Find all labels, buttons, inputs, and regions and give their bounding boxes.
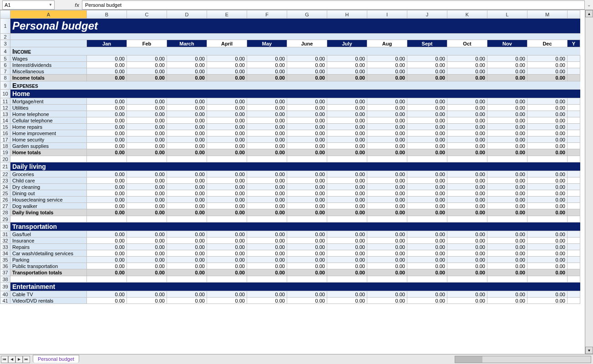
month-header[interactable]: Feb [127, 40, 167, 47]
cell[interactable] [10, 40, 87, 47]
cell[interactable]: 0.00 [367, 105, 407, 111]
cell[interactable]: 0.00 [527, 124, 568, 130]
cell[interactable]: 0.00 [527, 250, 568, 257]
cell[interactable] [568, 184, 580, 190]
cell[interactable]: 0.00 [327, 171, 367, 177]
cell[interactable] [87, 216, 127, 222]
cell[interactable]: 0.00 [447, 244, 487, 250]
cell[interactable]: 0.00 [527, 98, 568, 105]
cell[interactable]: 0.00 [407, 111, 447, 117]
cell[interactable]: 0.00 [487, 291, 527, 298]
cell[interactable]: 0.00 [487, 136, 527, 143]
cell[interactable] [568, 136, 580, 143]
cell[interactable]: 0.00 [87, 75, 127, 81]
cell[interactable]: 0.00 [367, 130, 407, 136]
row-header[interactable]: 41 [0, 298, 10, 304]
row-header[interactable]: 22 [0, 171, 10, 177]
cell[interactable]: 0.00 [487, 197, 527, 203]
cell[interactable]: 0.00 [247, 75, 287, 81]
cell[interactable]: 0.00 [287, 136, 327, 143]
cell[interactable]: 0.00 [167, 149, 207, 156]
cell[interactable]: 0.00 [327, 143, 367, 149]
cell[interactable]: 0.00 [487, 238, 527, 244]
cell[interactable]: 0.00 [247, 171, 287, 177]
cell[interactable]: 0.00 [487, 177, 527, 184]
cell[interactable]: 0.00 [167, 143, 207, 149]
cell[interactable]: 0.00 [247, 68, 287, 75]
cell[interactable]: 0.00 [447, 257, 487, 263]
cell[interactable] [10, 276, 87, 283]
category-title[interactable]: Home [10, 90, 580, 98]
row-header[interactable]: 4 [0, 47, 10, 56]
row-label[interactable]: Miscellaneous [10, 68, 87, 75]
horizontal-scrollbar[interactable] [455, 356, 591, 363]
cell[interactable]: 0.00 [207, 98, 247, 105]
cell[interactable] [367, 216, 407, 222]
cell[interactable]: 0.00 [87, 244, 127, 250]
cell[interactable]: 0.00 [527, 136, 568, 143]
cell[interactable]: 0.00 [287, 56, 327, 62]
row-header[interactable]: 21 [0, 162, 10, 171]
cell[interactable]: 0.00 [247, 269, 287, 276]
cell[interactable]: 0.00 [167, 197, 207, 203]
cell[interactable] [527, 216, 568, 222]
cell[interactable]: 0.00 [367, 56, 407, 62]
row-header[interactable]: 38 [0, 276, 10, 283]
cell[interactable] [568, 56, 580, 62]
cell[interactable]: 0.00 [527, 143, 568, 149]
cell[interactable] [568, 216, 580, 222]
cell[interactable]: 0.00 [87, 171, 127, 177]
row-header[interactable]: 26 [0, 197, 10, 203]
cell[interactable] [568, 190, 580, 197]
cell[interactable]: 0.00 [407, 75, 447, 81]
cell[interactable]: 0.00 [527, 298, 568, 304]
cell[interactable]: 0.00 [407, 257, 447, 263]
cell[interactable]: 0.00 [287, 238, 327, 244]
row-label[interactable]: Insurance [10, 238, 87, 244]
cell[interactable]: 0.00 [407, 68, 447, 75]
cell[interactable] [568, 238, 580, 244]
cell[interactable]: 0.00 [207, 111, 247, 117]
cell[interactable]: 0.00 [447, 298, 487, 304]
cell[interactable]: 0.00 [207, 75, 247, 81]
cell[interactable]: 0.00 [247, 117, 287, 124]
row-header[interactable]: 13 [0, 111, 10, 117]
cell[interactable]: 0.00 [367, 98, 407, 105]
row-label[interactable]: Garden supplies [10, 143, 87, 149]
cell[interactable] [207, 156, 247, 162]
cell[interactable]: 0.00 [447, 190, 487, 197]
cell[interactable]: 0.00 [447, 238, 487, 244]
expand-formula-icon[interactable]: ⌄ [585, 2, 593, 7]
cell[interactable]: 0.00 [447, 68, 487, 75]
cell[interactable]: 0.00 [487, 75, 527, 81]
cell[interactable]: 0.00 [527, 238, 568, 244]
cell[interactable]: 0.00 [127, 250, 167, 257]
cell[interactable]: 0.00 [487, 62, 527, 68]
cell[interactable]: 0.00 [87, 136, 127, 143]
cell[interactable]: 0.00 [287, 111, 327, 117]
cell[interactable]: 0.00 [407, 184, 447, 190]
cell[interactable]: 0.00 [487, 149, 527, 156]
cell[interactable]: 0.00 [127, 244, 167, 250]
row-header[interactable]: 8 [0, 75, 10, 81]
row-header[interactable]: 15 [0, 124, 10, 130]
cell[interactable]: 0.00 [247, 149, 287, 156]
column-header[interactable]: I [367, 10, 407, 19]
cell[interactable] [568, 197, 580, 203]
cell[interactable]: 0.00 [207, 209, 247, 216]
cell[interactable]: 0.00 [447, 177, 487, 184]
cell[interactable]: 0.00 [87, 257, 127, 263]
cell[interactable]: 0.00 [207, 177, 247, 184]
cell[interactable]: 0.00 [367, 244, 407, 250]
row-header[interactable]: 11 [0, 98, 10, 105]
cell[interactable] [447, 156, 487, 162]
cell[interactable]: 0.00 [327, 250, 367, 257]
cell[interactable]: 0.00 [447, 291, 487, 298]
column-header[interactable]: L [487, 10, 527, 19]
cell[interactable]: 0.00 [207, 291, 247, 298]
cell[interactable] [207, 276, 247, 283]
cell[interactable]: 0.00 [167, 184, 207, 190]
cell[interactable]: 0.00 [487, 117, 527, 124]
cell[interactable]: 0.00 [287, 98, 327, 105]
row-header[interactable]: 3 [0, 40, 10, 47]
